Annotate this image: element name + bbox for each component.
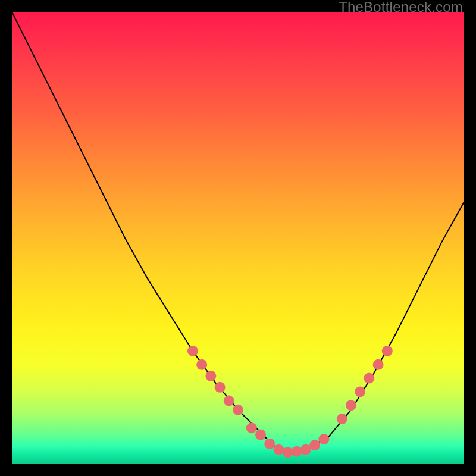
marker-dot: [224, 396, 234, 406]
marker-dot: [318, 434, 329, 444]
plot-area: [12, 12, 464, 464]
marker-dot: [273, 444, 284, 455]
chart-svg: [12, 12, 464, 464]
marker-group: [187, 346, 393, 458]
marker-dot: [246, 422, 257, 433]
marker-dot: [233, 405, 243, 415]
marker-dot: [309, 440, 320, 450]
marker-dot: [292, 446, 302, 457]
marker-dot: [255, 430, 266, 440]
marker-dot: [196, 359, 207, 370]
marker-dot: [283, 447, 293, 458]
marker-dot: [355, 386, 365, 397]
marker-dot: [264, 439, 275, 449]
marker-dot: [215, 382, 226, 393]
marker-dot: [337, 414, 347, 424]
marker-dot: [382, 346, 393, 356]
marker-dot: [187, 346, 198, 356]
marker-dot: [346, 400, 356, 411]
marker-dot: [373, 359, 384, 370]
marker-dot: [205, 371, 216, 381]
marker-dot: [364, 373, 374, 384]
bottleneck-curve: [12, 12, 464, 453]
chart-frame: TheBottleneck.com: [0, 0, 476, 476]
